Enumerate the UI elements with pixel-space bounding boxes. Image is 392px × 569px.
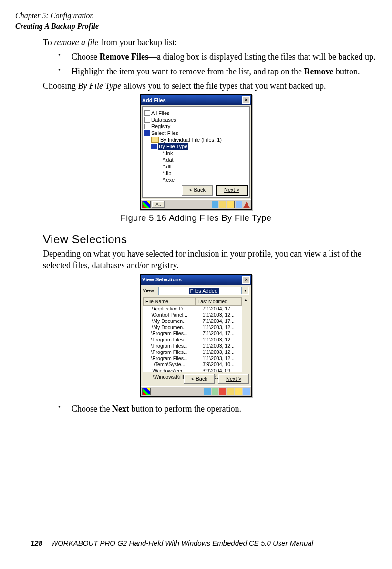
text: from your backup list: [99, 38, 177, 47]
chapter-subtitle: Creating A Backup Profile [15, 21, 377, 31]
tray-icon[interactable] [212, 388, 218, 395]
text: remove a file [54, 38, 98, 47]
table-row[interactable]: \Application D...7\1\2004, 17... [144, 305, 242, 312]
tray-icon[interactable] [219, 388, 226, 395]
view-label: View: [143, 287, 155, 294]
tray-icon[interactable] [204, 388, 211, 395]
titlebar: View Selections × [141, 275, 251, 285]
text: Choose [72, 52, 100, 62]
final-step: Choose the Next button to perform the op… [58, 403, 377, 414]
pen-icon[interactable] [243, 201, 250, 208]
table-row[interactable]: \Program Files...7\1\2004, 17... [144, 331, 242, 337]
text: To [43, 38, 54, 47]
tree-item[interactable]: By Individual File (Files: 1) [151, 136, 248, 143]
intro-para: To remove a file from your backup list: [43, 37, 377, 48]
text: allows you to select the file types that… [121, 81, 326, 91]
text: button to perform the operation. [129, 404, 241, 414]
close-icon[interactable]: × [242, 96, 250, 104]
tree-item[interactable]: *.dll [163, 163, 248, 170]
footer-text: WORKABOUT PRO G2 Hand-Held With Windows … [51, 538, 313, 548]
start-icon[interactable] [142, 388, 151, 395]
folder-icon [151, 137, 159, 143]
table-row[interactable]: \My Documen...7\1\2004, 17... [144, 318, 242, 324]
tree-label: *.lib [163, 170, 171, 176]
text: Choosing [43, 81, 78, 91]
task-button[interactable]: A.. [152, 201, 165, 208]
tree-label: *.dll [163, 163, 171, 170]
view-row: View: Files Added [143, 287, 249, 295]
table-row[interactable]: \Control Panel...1\1\2003, 12... [144, 312, 242, 318]
tree-pane: All Files Databases Registry Select File… [142, 106, 250, 198]
tree-item[interactable]: Databases [144, 116, 248, 123]
page-footer: 128 WORKABOUT PRO G2 Hand-Held With Wind… [31, 538, 361, 548]
text: Choose the [72, 404, 112, 414]
tray-icon[interactable] [227, 388, 234, 395]
system-tray [212, 201, 250, 208]
table-row[interactable]: \Program Files...1\1\2003, 12... [144, 355, 242, 362]
list-item: Highlight the item you want to remove fr… [58, 66, 377, 77]
table-row[interactable]: \Temp\Syste...3\9\2004, 10... [144, 362, 242, 368]
remove-steps: Choose Remove Files—a dialog box is disp… [58, 51, 377, 77]
add-files-window: Add Files × All Files Databases Registry… [140, 94, 252, 210]
back-button[interactable]: < Back [182, 185, 213, 196]
tree-label: Databases [151, 116, 176, 123]
tray-icon[interactable] [219, 201, 226, 208]
table-row[interactable]: \Program Files...1\1\2003, 12... [144, 343, 242, 349]
tree-item[interactable]: *.exe [163, 176, 248, 183]
scrollbar[interactable]: ▲ [242, 297, 249, 372]
tray-icon[interactable] [235, 388, 242, 395]
tree-label: By Individual File (Files: 1) [160, 136, 222, 143]
list-item: Choose Remove Files—a dialog box is disp… [58, 51, 377, 62]
next-button[interactable]: Next > [216, 185, 248, 196]
back-button[interactable]: < Back [184, 374, 215, 384]
tree-label: *.lnk [163, 150, 173, 156]
tree-item-selected[interactable]: By File Type [151, 143, 248, 150]
tree-item[interactable]: Select Files [144, 130, 248, 136]
taskbar [141, 386, 251, 396]
page-number: 128 [31, 538, 42, 548]
tray-icon[interactable] [212, 201, 218, 208]
table-row[interactable]: \My Documen...1\1\2003, 12... [144, 324, 242, 331]
chapter-line: Chapter 5: Configuration [15, 10, 377, 21]
tree-label: *.exe [163, 176, 175, 183]
tree-item[interactable]: *.lnk [163, 150, 248, 156]
text: Next [112, 404, 129, 414]
tree-item[interactable]: *.lib [163, 170, 248, 176]
view-select[interactable]: Files Added [158, 287, 249, 295]
tree-label: Select Files [151, 130, 178, 136]
next-button[interactable]: Next > [218, 374, 249, 384]
figure-add-files: Add Files × All Files Databases Registry… [15, 94, 377, 224]
text: Remove Files [100, 52, 148, 62]
text: By File Type [78, 81, 122, 91]
text: Remove [304, 67, 333, 76]
tray-icon[interactable] [243, 388, 250, 395]
tree-item[interactable]: All Files [144, 110, 248, 116]
figure-view-selections: View Selections × View: Files Added File… [15, 274, 377, 397]
tree-label: Registry [151, 123, 170, 130]
tree-label: *.dat [163, 156, 174, 163]
tree-item[interactable]: Registry [144, 123, 248, 130]
start-icon[interactable] [142, 201, 151, 208]
col-filename[interactable]: File Name [144, 297, 196, 305]
window-title: View Selections [142, 276, 182, 283]
chapter-header: Chapter 5: Configuration Creating A Back… [15, 10, 377, 31]
tree-item[interactable]: *.dat [163, 156, 248, 163]
view-para: Depending on what you have selected for … [43, 248, 377, 271]
col-modified[interactable]: Last Modified [196, 297, 242, 305]
titlebar: Add Files × [141, 95, 251, 105]
tray-icon[interactable] [236, 201, 242, 208]
system-tray [204, 388, 250, 395]
text: —a dialog box is displayed listing the f… [148, 52, 375, 62]
tray-icon[interactable] [227, 201, 235, 208]
window-title: Add Files [142, 97, 166, 104]
table-row[interactable]: \Windows\cer...3\9\2004, 09... [144, 368, 242, 374]
figure-caption: Figure 5.16 Adding Files By File Type [15, 212, 377, 224]
view-selections-window: View Selections × View: Files Added File… [140, 274, 252, 397]
close-icon[interactable]: × [242, 276, 250, 284]
text: Highlight the item you want to remove fr… [72, 67, 304, 76]
table-header[interactable]: File Name Last Modified [144, 297, 242, 305]
table-row[interactable]: \Program Files...1\1\2003, 12... [144, 337, 242, 343]
table-row[interactable]: \Program Files...1\1\2003, 12... [144, 349, 242, 355]
file-list: File Name Last Modified \Application D..… [143, 297, 249, 372]
text: button. [333, 67, 360, 76]
